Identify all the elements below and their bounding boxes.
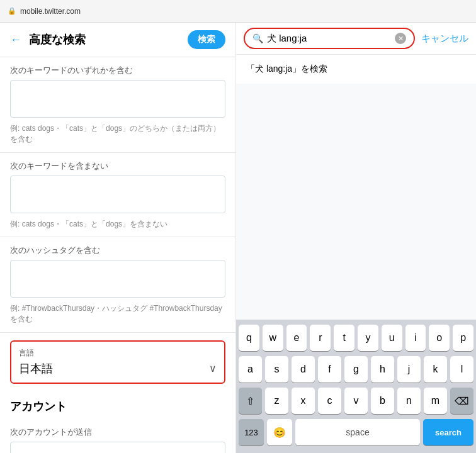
- any-keyword-hint: 例: cats dogs・「cats」と「dogs」のどちらか（または両方）を含…: [10, 123, 225, 145]
- key-q[interactable]: q: [239, 325, 259, 351]
- hashtag-hint: 例: #ThrowbackThursday・ハッシュタグ #ThrowbackT…: [10, 303, 225, 325]
- key-i[interactable]: i: [405, 325, 426, 351]
- account-from-section: 次のアカウントが送信 例: @Twitter・@Twitterが送信: [0, 419, 235, 453]
- key-f[interactable]: f: [318, 356, 341, 383]
- key-d[interactable]: d: [292, 356, 315, 383]
- key-o[interactable]: o: [429, 325, 450, 351]
- key-s[interactable]: s: [265, 356, 288, 383]
- key-c[interactable]: c: [318, 388, 341, 414]
- space-key[interactable]: space: [295, 419, 420, 445]
- numbers-key[interactable]: 123: [239, 419, 264, 445]
- keyboard: q w e r t y u i o p a s d f g h j k: [236, 320, 476, 453]
- account-from-input[interactable]: [10, 442, 225, 453]
- key-v[interactable]: v: [344, 388, 368, 414]
- left-header: ← 高度な検索 検索: [0, 23, 235, 57]
- key-g[interactable]: g: [344, 356, 368, 383]
- lock-icon: 🔒: [8, 7, 16, 15]
- key-j[interactable]: j: [397, 356, 421, 383]
- emoji-key[interactable]: 😊: [267, 419, 292, 445]
- search-suggestion[interactable]: 「犬 lang:ja」を検索: [236, 55, 476, 84]
- url-text: mobile.twitter.com: [20, 7, 81, 16]
- any-keyword-input[interactable]: [10, 80, 225, 118]
- key-y[interactable]: y: [358, 325, 378, 351]
- key-m[interactable]: m: [424, 388, 447, 414]
- language-section[interactable]: 言語 日本語 ∨: [10, 340, 225, 384]
- search-input[interactable]: [267, 33, 391, 44]
- backspace-key[interactable]: ⌫: [450, 388, 473, 414]
- clear-button[interactable]: ✕: [395, 33, 406, 44]
- right-panel: 🔍 ✕ キャンセル 「犬 lang:ja」を検索 q w e r t y u i…: [236, 23, 476, 453]
- chevron-down-icon: ∨: [209, 362, 217, 374]
- key-r[interactable]: r: [310, 325, 331, 351]
- keyboard-row-4: 123 😊 space search: [239, 419, 473, 445]
- hashtag-input[interactable]: [10, 260, 225, 298]
- browser-bar: 🔒 mobile.twitter.com: [0, 0, 476, 23]
- any-keyword-section: 次のキーワードのいずれかを含む 例: cats dogs・「cats」と「dog…: [0, 57, 235, 153]
- key-e[interactable]: e: [286, 325, 307, 351]
- any-keyword-label: 次のキーワードのいずれかを含む: [10, 65, 225, 76]
- back-button[interactable]: ←: [10, 33, 21, 47]
- suggestion-text: 「犬 lang:ja」を検索: [246, 64, 327, 74]
- content-area: ← 高度な検索 検索 次のキーワードのいずれかを含む 例: cats dogs・…: [0, 23, 476, 453]
- key-u[interactable]: u: [382, 325, 402, 351]
- search-button[interactable]: 検索: [188, 30, 225, 49]
- search-input-box[interactable]: 🔍 ✕: [244, 28, 415, 49]
- keyboard-row-1: q w e r t y u i o p: [239, 325, 473, 351]
- key-a[interactable]: a: [239, 356, 262, 383]
- language-value: 日本語: [19, 361, 53, 376]
- account-from-label: 次のアカウントが送信: [10, 427, 225, 438]
- language-label: 言語: [19, 348, 217, 359]
- exclude-keyword-label: 次のキーワードを含まない: [10, 160, 225, 172]
- exclude-keyword-section: 次のキーワードを含まない 例: cats dogs・「cats」と「dogs」を…: [0, 153, 235, 238]
- search-bar-area: 🔍 ✕ キャンセル: [236, 23, 476, 55]
- key-z[interactable]: z: [265, 388, 288, 414]
- hashtag-section: 次のハッシュタグを含む 例: #ThrowbackThursday・ハッシュタグ…: [0, 237, 235, 333]
- accounts-title: アカウント: [0, 391, 235, 419]
- cancel-button[interactable]: キャンセル: [421, 33, 468, 45]
- language-select-row[interactable]: 日本語 ∨: [19, 361, 217, 376]
- key-w[interactable]: w: [263, 325, 283, 351]
- shift-key[interactable]: ⇧: [239, 388, 262, 414]
- key-n[interactable]: n: [397, 388, 421, 414]
- page-title: 高度な検索: [29, 32, 180, 47]
- search-icon: 🔍: [252, 33, 263, 43]
- keyboard-row-3: ⇧ z x c v b n m ⌫: [239, 388, 473, 414]
- key-p[interactable]: p: [453, 325, 473, 351]
- key-l[interactable]: l: [450, 356, 473, 383]
- keyboard-row-2: a s d f g h j k l: [239, 356, 473, 383]
- search-key[interactable]: search: [423, 419, 473, 445]
- exclude-keyword-hint: 例: cats dogs・「cats」と「dogs」を含まない: [10, 219, 225, 230]
- hashtag-label: 次のハッシュタグを含む: [10, 245, 225, 256]
- key-h[interactable]: h: [371, 356, 394, 383]
- key-k[interactable]: k: [424, 356, 447, 383]
- exclude-keyword-input[interactable]: [10, 176, 225, 213]
- advanced-search-panel: ← 高度な検索 検索 次のキーワードのいずれかを含む 例: cats dogs・…: [0, 23, 236, 453]
- key-t[interactable]: t: [334, 325, 354, 351]
- key-x[interactable]: x: [292, 388, 315, 414]
- key-b[interactable]: b: [371, 388, 394, 414]
